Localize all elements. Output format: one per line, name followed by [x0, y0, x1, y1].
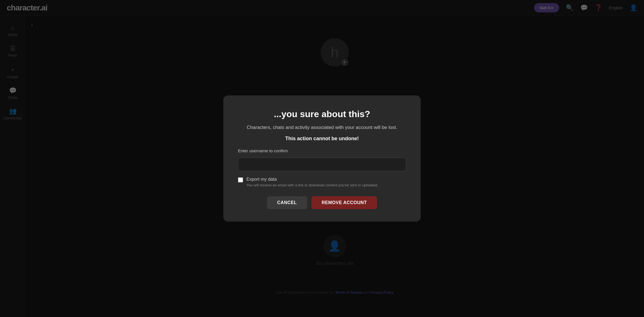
export-desc: You will receive an email with a link to… — [246, 183, 378, 187]
username-confirm-input[interactable] — [238, 158, 406, 171]
export-data-row: Export my data You will receive an email… — [238, 177, 378, 187]
modal-overlay: ...you sure about this? Characters, chat… — [0, 0, 644, 317]
export-data-checkbox[interactable] — [238, 177, 243, 182]
dialog-subtitle: Characters, chats and activity associate… — [247, 124, 397, 131]
dialog-warning: This action cannot be undone! — [285, 136, 359, 142]
dialog-buttons: CANCEL REMOVE ACCOUNT — [267, 196, 377, 209]
confirm-dialog: ...you sure about this? Characters, chat… — [223, 95, 421, 222]
dialog-title: ...you sure about this? — [274, 109, 370, 119]
username-input-label: Enter username to confirm — [238, 148, 288, 153]
export-text-group: Export my data You will receive an email… — [246, 177, 378, 187]
cancel-button[interactable]: CANCEL — [267, 196, 307, 209]
export-label: Export my data — [246, 177, 378, 182]
remove-account-button[interactable]: REMOVE ACCOUNT — [312, 196, 377, 209]
